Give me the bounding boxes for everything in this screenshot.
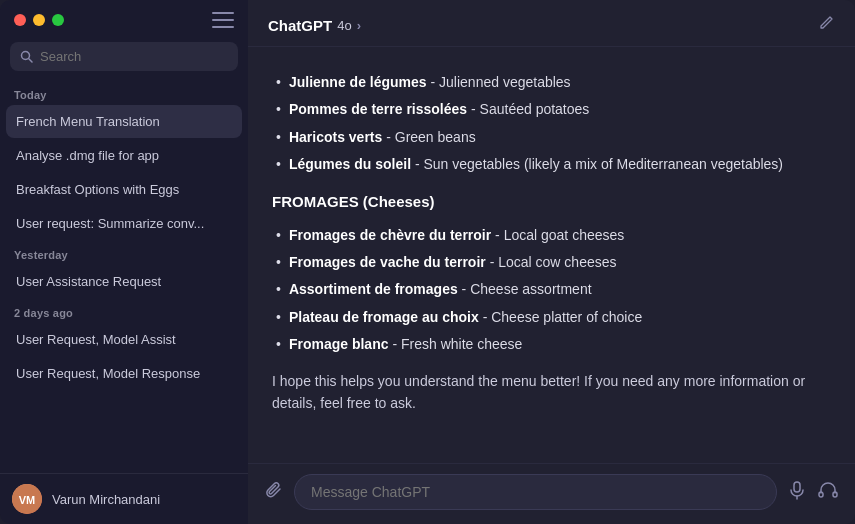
sidebar-item-user-summarize[interactable]: User request: Summarize conv...	[6, 207, 242, 240]
sidebar-content: Today French Menu Translation Analyse .d…	[0, 81, 248, 473]
chat-title: ChatGPT 4o ›	[268, 17, 361, 34]
sidebar-item-breakfast-eggs[interactable]: Breakfast Options with Eggs	[6, 173, 242, 206]
avatar[interactable]: VM	[12, 484, 42, 514]
desc: Sun vegetables (likely a mix of Mediterr…	[424, 156, 784, 172]
section-label-yesterday: Yesterday	[6, 241, 242, 265]
term: Pommes de terre rissolées	[289, 101, 467, 117]
term: Julienne de légumes	[289, 74, 427, 90]
sidebar-item-user-model-assist[interactable]: User Request, Model Assist	[6, 323, 242, 356]
list-item: • Légumes du soleil - Sun vegetables (li…	[272, 153, 831, 175]
term: Assortiment de fromages	[289, 281, 458, 297]
desc: Local goat cheeses	[504, 227, 625, 243]
search-icon	[20, 50, 33, 63]
close-button[interactable]	[14, 14, 26, 26]
term: Haricots verts	[289, 129, 382, 145]
section-label-today: Today	[6, 81, 242, 105]
term: Fromage blanc	[289, 336, 389, 352]
minimize-button[interactable]	[33, 14, 45, 26]
svg-text:VM: VM	[19, 494, 36, 506]
term: Plateau de fromage au choix	[289, 309, 479, 325]
closing-text: I hope this helps you understand the men…	[272, 370, 831, 415]
attach-button[interactable]	[264, 480, 284, 505]
edit-icon[interactable]	[817, 14, 835, 36]
sidebar-toggle-button[interactable]	[212, 12, 234, 28]
toggle-bar	[212, 19, 234, 21]
term: Fromages de chèvre du terroir	[289, 227, 491, 243]
sidebar-item-french-menu[interactable]: French Menu Translation	[6, 105, 242, 138]
search-bar[interactable]	[10, 42, 238, 71]
svg-line-1	[29, 59, 32, 62]
maximize-button[interactable]	[52, 14, 64, 26]
term: Légumes du soleil	[289, 156, 411, 172]
search-input[interactable]	[40, 49, 228, 64]
list-item: • Fromages de chèvre du terroir - Local …	[272, 224, 831, 246]
sidebar-header	[0, 0, 248, 36]
desc: Fresh white cheese	[401, 336, 522, 352]
toggle-bar	[212, 26, 234, 28]
fromages-heading: FROMAGES (Cheeses)	[272, 190, 831, 214]
chat-messages: • Julienne de légumes - Julienned vegeta…	[248, 47, 855, 463]
desc: Cheese platter of choice	[491, 309, 642, 325]
desc: Sautéed potatoes	[480, 101, 590, 117]
traffic-lights	[14, 14, 64, 26]
sidebar-item-user-assistance[interactable]: User Assistance Request	[6, 265, 242, 298]
chatgpt-title-text: ChatGPT	[268, 17, 332, 34]
main-chat-area: ChatGPT 4o › • Julienne de légumes - Jul…	[248, 0, 855, 524]
toggle-bar	[212, 12, 234, 14]
fromages-list: • Fromages de chèvre du terroir - Local …	[272, 224, 831, 356]
svg-rect-6	[819, 492, 823, 497]
sidebar-item-user-model-response[interactable]: User Request, Model Response	[6, 357, 242, 390]
svg-rect-4	[794, 482, 800, 492]
microphone-button[interactable]	[787, 480, 807, 505]
message-content: • Julienne de légumes - Julienned vegeta…	[272, 71, 831, 414]
list-item: • Fromage blanc - Fresh white cheese	[272, 333, 831, 355]
list-item: • Plateau de fromage au choix - Cheese p…	[272, 306, 831, 328]
sidebar: Today French Menu Translation Analyse .d…	[0, 0, 248, 524]
sidebar-footer: VM Varun Mirchandani	[0, 473, 248, 524]
desc: Julienned vegetables	[439, 74, 571, 90]
sidebar-item-analyse-dmg[interactable]: Analyse .dmg file for app	[6, 139, 242, 172]
chat-header: ChatGPT 4o ›	[248, 0, 855, 47]
desc: Green beans	[395, 129, 476, 145]
legumes-list: • Julienne de légumes - Julienned vegeta…	[272, 71, 831, 176]
chevron-right-icon[interactable]: ›	[357, 18, 361, 33]
section-label-2days: 2 days ago	[6, 299, 242, 323]
desc: Cheese assortment	[470, 281, 591, 297]
user-name-label: Varun Mirchandani	[52, 492, 160, 507]
svg-rect-7	[833, 492, 837, 497]
headphone-button[interactable]	[817, 479, 839, 506]
model-label: 4o	[337, 18, 351, 33]
desc: Local cow cheeses	[498, 254, 616, 270]
message-input[interactable]	[294, 474, 777, 510]
term: Fromages de vache du terroir	[289, 254, 486, 270]
list-item: • Julienne de légumes - Julienned vegeta…	[272, 71, 831, 93]
list-item: • Pommes de terre rissolées - Sautéed po…	[272, 98, 831, 120]
input-area	[248, 463, 855, 524]
list-item: • Fromages de vache du terroir - Local c…	[272, 251, 831, 273]
list-item: • Haricots verts - Green beans	[272, 126, 831, 148]
list-item: • Assortiment de fromages - Cheese assor…	[272, 278, 831, 300]
